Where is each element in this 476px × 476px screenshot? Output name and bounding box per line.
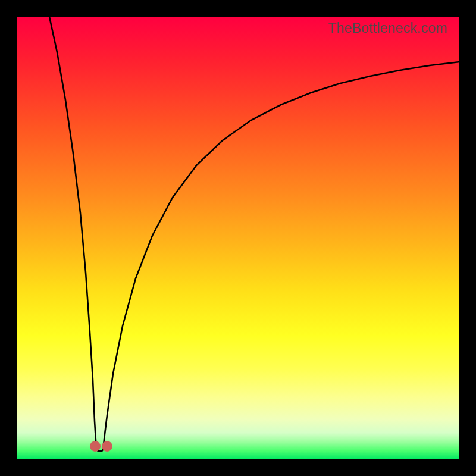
curve-path	[49, 17, 459, 451]
left-minimum-marker	[90, 441, 101, 452]
plot-area: TheBottleneck.com	[17, 17, 459, 459]
right-minimum-marker	[102, 441, 112, 452]
chart-frame: TheBottleneck.com	[0, 0, 476, 476]
bottleneck-curve	[17, 17, 459, 459]
